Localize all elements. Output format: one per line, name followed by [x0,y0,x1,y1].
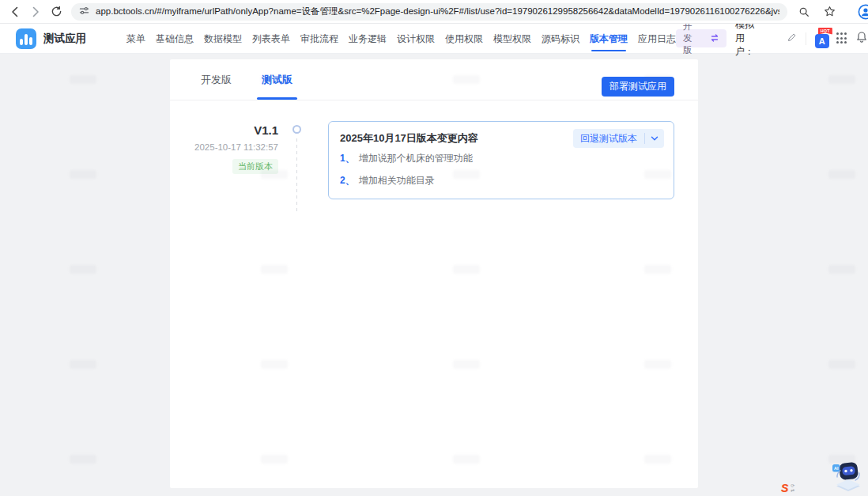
rollback-button[interactable]: 回退测试版本 [573,132,644,146]
watermark [70,170,96,179]
watermark [828,75,855,84]
page-background: 开发版 测试版 部署测试应用 V1.1 2025-10-17 11:32:57 … [0,54,868,496]
version-timestamp: 2025-10-17 11:32:57 [170,142,278,152]
timeline-node-icon [292,125,301,134]
rollback-button-group[interactable]: 回退测试版本 [573,129,664,148]
menu-item-yingyongrizhi[interactable]: 应用日志 [638,24,676,54]
menu-item-jichuxinxi[interactable]: 基础信息 [156,24,194,54]
change-item-text: 增加说那个机床的管理功能 [359,152,473,165]
env-label: 开发版 [683,21,697,56]
svg-text:AI: AI [834,466,839,471]
version-number: V1.1 [170,123,278,137]
change-item-number: 2、 [340,174,355,187]
watermark [70,455,96,464]
browser-reload-icon[interactable] [46,2,66,22]
menu-item-liebiaobiaodan[interactable]: 列表表单 [252,24,290,54]
timeline-dashed-line [296,138,297,211]
browser-forward-icon[interactable] [25,2,46,22]
version-info: V1.1 2025-10-17 11:32:57 当前版本 [170,123,278,174]
menu-item-yuanmabiaoshi[interactable]: 源码标识 [542,24,579,54]
hot-app-icon[interactable]: A HOT [815,29,828,48]
address-bar[interactable]: app.bctools.cn/#/myiframe/urlPath/onlyAp… [71,3,787,21]
watermark [828,265,855,274]
browser-toolbar: app.bctools.cn/#/myiframe/urlPath/onlyAp… [0,0,868,24]
simulate-user-label: 模拟用户： [735,18,760,59]
menu-item-shejiquanxian[interactable]: 设计权限 [397,24,435,54]
version-change-card: 2025年10月17日版本变更内容 回退测试版本 1、 增加说那个机床的管理功能… [328,121,674,199]
site-settings-icon[interactable] [79,5,89,19]
env-switcher[interactable]: 开发版 [676,29,726,47]
watermark [828,360,855,369]
version-tabs: 开发版 测试版 部署测试应用 [170,59,698,100]
apps-grid-icon[interactable] [836,32,847,44]
change-item: 2、 增加相关功能目录 [340,174,435,187]
screenshot-tool-stamp: S ⟳⇄ [781,482,794,494]
tab-test-version[interactable]: 测试版 [259,73,296,100]
change-item-number: 1、 [340,152,355,165]
search-icon[interactable] [794,2,814,22]
tab-dev-version[interactable]: 开发版 [198,73,235,100]
menu-item-shujumoxing[interactable]: 数据模型 [204,24,242,54]
change-item-text: 增加相关功能目录 [359,174,435,187]
change-item: 1、 增加说那个机床的管理功能 [340,152,473,165]
app-title: 测试应用 [43,32,86,46]
toolbar-right [794,2,868,22]
chevron-down-icon[interactable] [645,134,664,142]
simulate-user[interactable]: 模拟用户： [735,18,797,59]
navbar-right: 开发版 模拟用户： A HOT [676,18,868,59]
main-menu: 菜单 基础信息 数据模型 列表表单 审批流程 业务逻辑 设计权限 使用权限 模型… [126,24,676,54]
menu-item-banbenguanli[interactable]: 版本管理 [590,24,628,54]
url-text: app.bctools.cn/#/myiframe/urlPath/onlyAp… [96,6,779,17]
current-version-badge: 当前版本 [232,159,278,174]
divider [806,32,806,45]
menu-item-moxingquanxian[interactable]: 模型权限 [493,24,531,54]
watermark [828,170,855,179]
s-logo-icon: S [781,482,788,494]
bookmark-star-icon[interactable] [819,2,840,22]
edit-pencil-icon[interactable] [787,32,797,44]
notifications-bell-icon[interactable] [855,31,868,47]
app-navbar: 测试应用 菜单 基础信息 数据模型 列表表单 审批流程 业务逻辑 设计权限 使用… [0,24,868,54]
menu-item-caidan[interactable]: 菜单 [126,24,145,54]
watermark [70,75,96,84]
menu-item-shiyongquanxian[interactable]: 使用权限 [445,24,483,54]
browser-profile-icon[interactable] [855,2,868,22]
timeline-axis [292,125,303,211]
hot-app-letter: A [815,34,829,48]
app-logo-icon [16,28,36,49]
watermark [70,360,96,369]
browser-back-icon[interactable] [5,2,25,22]
swap-icon [710,33,719,44]
watermark [70,265,96,274]
app-brand: 测试应用 [0,28,119,49]
menu-item-yewuluoji[interactable]: 业务逻辑 [349,24,387,54]
menu-item-shenpiliucheng[interactable]: 审批流程 [300,24,338,54]
mini-tool-icons[interactable]: ⟳⇄ [791,483,794,493]
content-panel: 开发版 测试版 部署测试应用 V1.1 2025-10-17 11:32:57 … [170,59,698,488]
deploy-test-app-button[interactable]: 部署测试应用 [602,77,674,97]
ai-assistant-robot-icon[interactable]: AI [830,457,866,496]
